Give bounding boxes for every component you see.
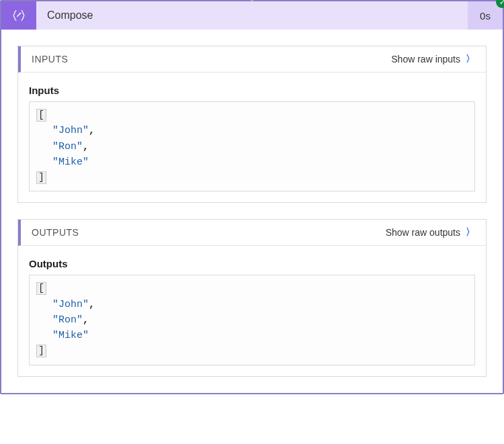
outputs-code-box: [ "John", "Ron", "Mike" ] [29, 275, 475, 365]
show-raw-outputs-label: Show raw outputs [386, 227, 460, 238]
inputs-section-body: Inputs [ "John", "Ron", "Mike" ] [18, 73, 486, 202]
outputs-value: "Mike" [52, 330, 89, 341]
inputs-value: "Ron" [52, 141, 83, 152]
outputs-value: "Ron" [52, 314, 83, 326]
outputs-section-title: OUTPUTS [32, 227, 79, 238]
inputs-section-header: INPUTS Show raw inputs 〉 [18, 46, 486, 73]
show-raw-outputs-link[interactable]: Show raw outputs 〉 [386, 226, 475, 238]
show-raw-inputs-link[interactable]: Show raw inputs 〉 [391, 53, 475, 65]
inputs-section-title: INPUTS [32, 54, 68, 64]
outputs-value: "John" [52, 299, 89, 310]
chevron-right-icon: 〉 [466, 53, 475, 65]
card-body: INPUTS Show raw inputs 〉 Inputs [ "John"… [1, 30, 503, 393]
show-raw-inputs-label: Show raw inputs [391, 54, 460, 64]
outputs-section: OUTPUTS Show raw outputs 〉 Outputs [ "Jo… [17, 219, 487, 376]
compose-card: ▼ Compose 0s ✓ INPUTS Show raw inputs 〉 [0, 0, 504, 394]
inputs-field-label: Inputs [29, 85, 475, 96]
inputs-code-box: [ "John", "Ron", "Mike" ] [29, 101, 475, 191]
outputs-section-body: Outputs [ "John", "Ron", "Mike" ] [18, 246, 486, 375]
card-title: Compose [36, 1, 468, 30]
outputs-field-label: Outputs [29, 258, 475, 269]
inputs-value: "John" [52, 125, 89, 136]
card-header[interactable]: Compose 0s ✓ [1, 1, 503, 30]
inputs-value: "Mike" [52, 157, 89, 168]
inputs-section: INPUTS Show raw inputs 〉 Inputs [ "John"… [17, 46, 487, 203]
chevron-right-icon: 〉 [466, 226, 475, 238]
outputs-section-header: OUTPUTS Show raw outputs 〉 [18, 220, 486, 246]
compose-icon [1, 1, 36, 30]
